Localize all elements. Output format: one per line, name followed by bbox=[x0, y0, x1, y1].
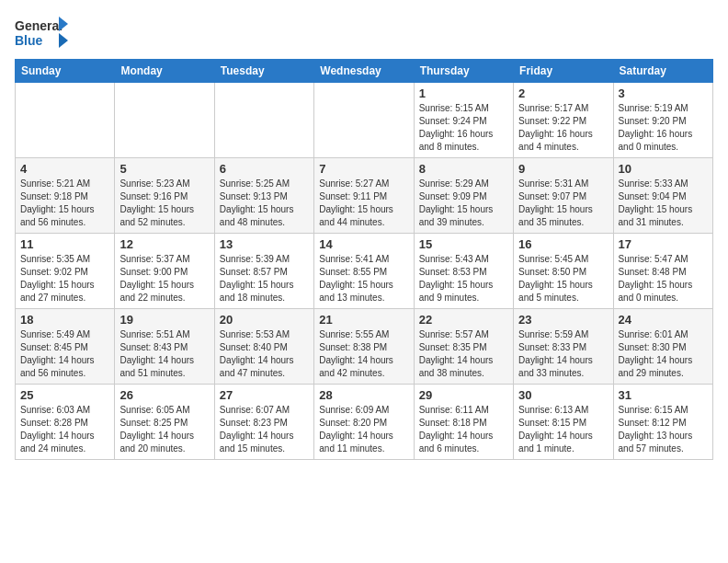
day-info: Sunrise: 5:17 AM Sunset: 9:22 PM Dayligh… bbox=[518, 102, 608, 154]
day-number: 23 bbox=[518, 313, 608, 327]
weekday-header: Saturday bbox=[613, 60, 712, 83]
day-info: Sunrise: 5:49 AM Sunset: 8:45 PM Dayligh… bbox=[20, 328, 109, 380]
calendar-cell: 19Sunrise: 5:51 AM Sunset: 8:43 PM Dayli… bbox=[115, 309, 214, 385]
day-number: 28 bbox=[319, 388, 408, 402]
day-number: 22 bbox=[419, 313, 508, 327]
calendar-cell: 9Sunrise: 5:31 AM Sunset: 9:07 PM Daylig… bbox=[514, 158, 613, 234]
day-number: 20 bbox=[220, 313, 309, 327]
day-info: Sunrise: 5:25 AM Sunset: 9:13 PM Dayligh… bbox=[220, 178, 309, 229]
day-info: Sunrise: 5:15 AM Sunset: 9:24 PM Dayligh… bbox=[419, 102, 508, 154]
day-info: Sunrise: 6:13 AM Sunset: 8:15 PM Dayligh… bbox=[518, 404, 608, 455]
svg-marker-3 bbox=[59, 33, 68, 48]
svg-marker-2 bbox=[59, 17, 68, 31]
calendar-week-row: 25Sunrise: 6:03 AM Sunset: 8:28 PM Dayli… bbox=[16, 385, 713, 460]
day-number: 12 bbox=[119, 237, 209, 251]
calendar-week-row: 1Sunrise: 5:15 AM Sunset: 9:24 PM Daylig… bbox=[16, 83, 713, 158]
calendar-cell: 30Sunrise: 6:13 AM Sunset: 8:15 PM Dayli… bbox=[514, 385, 613, 460]
day-info: Sunrise: 5:19 AM Sunset: 9:20 PM Dayligh… bbox=[619, 102, 708, 154]
calendar-cell: 17Sunrise: 5:47 AM Sunset: 8:48 PM Dayli… bbox=[613, 234, 712, 309]
day-number: 29 bbox=[419, 388, 508, 402]
day-number: 10 bbox=[619, 162, 708, 176]
calendar-cell: 21Sunrise: 5:55 AM Sunset: 8:38 PM Dayli… bbox=[314, 309, 414, 385]
calendar-table: SundayMondayTuesdayWednesdayThursdayFrid… bbox=[15, 59, 713, 460]
svg-text:Blue: Blue bbox=[15, 33, 43, 48]
day-info: Sunrise: 5:51 AM Sunset: 8:43 PM Dayligh… bbox=[119, 328, 209, 380]
calendar-cell bbox=[214, 83, 313, 158]
day-number: 26 bbox=[119, 388, 209, 402]
calendar-cell: 6Sunrise: 5:25 AM Sunset: 9:13 PM Daylig… bbox=[214, 158, 313, 234]
calendar-cell bbox=[314, 83, 414, 158]
calendar-cell: 3Sunrise: 5:19 AM Sunset: 9:20 PM Daylig… bbox=[613, 83, 712, 158]
weekday-header: Friday bbox=[514, 60, 613, 83]
calendar-cell: 2Sunrise: 5:17 AM Sunset: 9:22 PM Daylig… bbox=[514, 83, 613, 158]
day-number: 2 bbox=[518, 86, 608, 100]
day-info: Sunrise: 5:21 AM Sunset: 9:18 PM Dayligh… bbox=[20, 178, 109, 229]
calendar-cell: 31Sunrise: 6:15 AM Sunset: 8:12 PM Dayli… bbox=[613, 385, 712, 460]
day-info: Sunrise: 6:11 AM Sunset: 8:18 PM Dayligh… bbox=[419, 404, 508, 455]
weekday-header: Wednesday bbox=[314, 60, 414, 83]
day-number: 17 bbox=[619, 237, 708, 251]
calendar-cell: 26Sunrise: 6:05 AM Sunset: 8:25 PM Dayli… bbox=[115, 385, 214, 460]
calendar-cell bbox=[115, 83, 214, 158]
calendar-cell: 12Sunrise: 5:37 AM Sunset: 9:00 PM Dayli… bbox=[115, 234, 214, 309]
day-number: 8 bbox=[419, 162, 508, 176]
day-info: Sunrise: 6:15 AM Sunset: 8:12 PM Dayligh… bbox=[619, 404, 708, 455]
calendar-cell: 7Sunrise: 5:27 AM Sunset: 9:11 PM Daylig… bbox=[314, 158, 414, 234]
day-info: Sunrise: 5:31 AM Sunset: 9:07 PM Dayligh… bbox=[518, 178, 608, 229]
day-info: Sunrise: 5:53 AM Sunset: 8:40 PM Dayligh… bbox=[220, 328, 309, 380]
day-info: Sunrise: 5:29 AM Sunset: 9:09 PM Dayligh… bbox=[419, 178, 508, 229]
weekday-header: Sunday bbox=[16, 60, 115, 83]
day-number: 7 bbox=[319, 162, 408, 176]
weekday-header-row: SundayMondayTuesdayWednesdayThursdayFrid… bbox=[16, 60, 713, 83]
calendar-cell: 14Sunrise: 5:41 AM Sunset: 8:55 PM Dayli… bbox=[314, 234, 414, 309]
day-info: Sunrise: 5:55 AM Sunset: 8:38 PM Dayligh… bbox=[319, 328, 408, 380]
calendar-cell: 13Sunrise: 5:39 AM Sunset: 8:57 PM Dayli… bbox=[214, 234, 313, 309]
day-number: 24 bbox=[619, 313, 708, 327]
day-number: 16 bbox=[518, 237, 608, 251]
calendar-cell: 10Sunrise: 5:33 AM Sunset: 9:04 PM Dayli… bbox=[613, 158, 712, 234]
calendar-cell: 15Sunrise: 5:43 AM Sunset: 8:53 PM Dayli… bbox=[414, 234, 513, 309]
day-number: 4 bbox=[20, 162, 109, 176]
calendar-cell bbox=[16, 83, 115, 158]
day-number: 30 bbox=[518, 388, 608, 402]
calendar-cell: 8Sunrise: 5:29 AM Sunset: 9:09 PM Daylig… bbox=[414, 158, 513, 234]
calendar-cell: 25Sunrise: 6:03 AM Sunset: 8:28 PM Dayli… bbox=[16, 385, 115, 460]
calendar-cell: 18Sunrise: 5:49 AM Sunset: 8:45 PM Dayli… bbox=[16, 309, 115, 385]
calendar-header: SundayMondayTuesdayWednesdayThursdayFrid… bbox=[16, 60, 713, 83]
day-info: Sunrise: 5:39 AM Sunset: 8:57 PM Dayligh… bbox=[220, 253, 309, 304]
calendar-week-row: 18Sunrise: 5:49 AM Sunset: 8:45 PM Dayli… bbox=[16, 309, 713, 385]
calendar-cell: 22Sunrise: 5:57 AM Sunset: 8:35 PM Dayli… bbox=[414, 309, 513, 385]
day-info: Sunrise: 5:35 AM Sunset: 9:02 PM Dayligh… bbox=[20, 253, 109, 304]
calendar-cell: 24Sunrise: 6:01 AM Sunset: 8:30 PM Dayli… bbox=[613, 309, 712, 385]
calendar-cell: 23Sunrise: 5:59 AM Sunset: 8:33 PM Dayli… bbox=[514, 309, 613, 385]
weekday-header: Tuesday bbox=[214, 60, 313, 83]
day-info: Sunrise: 5:45 AM Sunset: 8:50 PM Dayligh… bbox=[518, 253, 608, 304]
day-number: 6 bbox=[220, 162, 309, 176]
day-number: 25 bbox=[20, 388, 109, 402]
day-number: 31 bbox=[619, 388, 708, 402]
logo-svg: GeneralBlue bbox=[15, 15, 70, 52]
day-number: 5 bbox=[119, 162, 209, 176]
svg-text:General: General bbox=[15, 18, 63, 33]
day-info: Sunrise: 5:43 AM Sunset: 8:53 PM Dayligh… bbox=[419, 253, 508, 304]
calendar-week-row: 11Sunrise: 5:35 AM Sunset: 9:02 PM Dayli… bbox=[16, 234, 713, 309]
day-info: Sunrise: 5:57 AM Sunset: 8:35 PM Dayligh… bbox=[419, 328, 508, 380]
calendar-cell: 20Sunrise: 5:53 AM Sunset: 8:40 PM Dayli… bbox=[214, 309, 313, 385]
day-info: Sunrise: 6:01 AM Sunset: 8:30 PM Dayligh… bbox=[619, 328, 708, 380]
calendar-cell: 29Sunrise: 6:11 AM Sunset: 8:18 PM Dayli… bbox=[414, 385, 513, 460]
day-info: Sunrise: 5:59 AM Sunset: 8:33 PM Dayligh… bbox=[518, 328, 608, 380]
weekday-header: Thursday bbox=[414, 60, 513, 83]
day-info: Sunrise: 6:09 AM Sunset: 8:20 PM Dayligh… bbox=[319, 404, 408, 455]
day-number: 19 bbox=[119, 313, 209, 327]
calendar-cell: 5Sunrise: 5:23 AM Sunset: 9:16 PM Daylig… bbox=[115, 158, 214, 234]
day-info: Sunrise: 6:03 AM Sunset: 8:28 PM Dayligh… bbox=[20, 404, 109, 455]
calendar-cell: 1Sunrise: 5:15 AM Sunset: 9:24 PM Daylig… bbox=[414, 83, 513, 158]
day-number: 9 bbox=[518, 162, 608, 176]
day-number: 15 bbox=[419, 237, 508, 251]
day-number: 14 bbox=[319, 237, 408, 251]
calendar-cell: 27Sunrise: 6:07 AM Sunset: 8:23 PM Dayli… bbox=[214, 385, 313, 460]
calendar-cell: 4Sunrise: 5:21 AM Sunset: 9:18 PM Daylig… bbox=[16, 158, 115, 234]
page-header: GeneralBlue bbox=[15, 15, 713, 52]
day-info: Sunrise: 5:41 AM Sunset: 8:55 PM Dayligh… bbox=[319, 253, 408, 304]
day-number: 18 bbox=[20, 313, 109, 327]
